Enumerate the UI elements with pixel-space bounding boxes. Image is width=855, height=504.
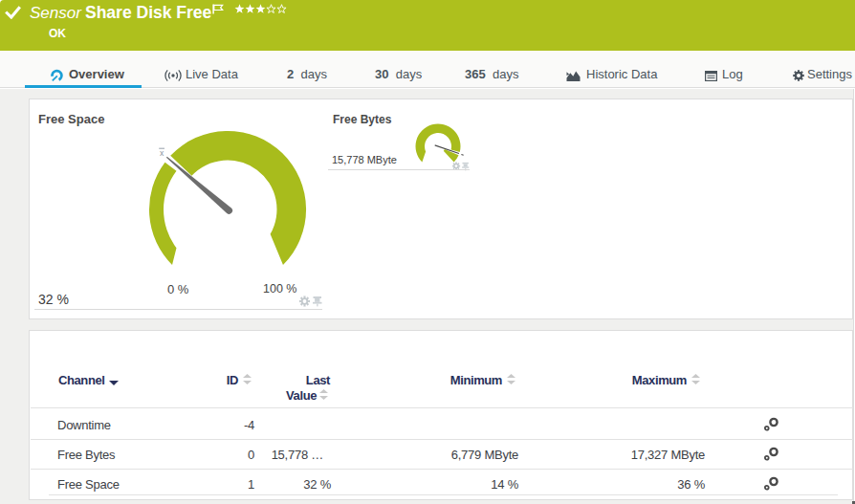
- svg-text:x: x: [160, 148, 164, 158]
